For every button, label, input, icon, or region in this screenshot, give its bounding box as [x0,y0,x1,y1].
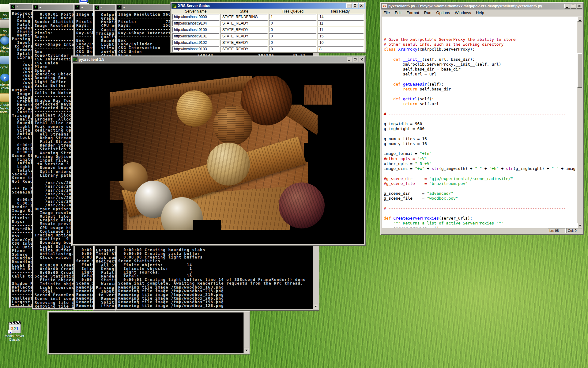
code-line: g_num_x_tiles = 16 [384,136,577,141]
status-bar: Ln: 98 Col: 0 [382,228,582,233]
network-globe-icon [0,36,10,45]
server-cell: 10 [318,40,364,46]
server-cell: STATE_READY [221,27,268,33]
desktop-icon-media-player-classic[interactable]: 321 Media Player Classic [1,321,28,341]
cygwin-icon: C [75,5,80,10]
window-titlebar[interactable]: XRS Server Status [172,3,365,9]
table-header-row: Server Name State Tiles Queued Tiles Rea… [172,9,365,14]
menu-file[interactable]: File [381,10,392,15]
server-cell: 0 [269,40,317,46]
minimize-button[interactable] [347,57,352,62]
console-title: ~ [100,6,102,10]
code-line: return self.url [384,102,577,106]
code-line: def CreateServerProxies(server_urls): [384,216,577,221]
window-titlebar[interactable]: Tk pyxrsclient5.py - D:\cygwin\home\them… [381,3,583,10]
minimize-icon [348,60,350,61]
window-titlebar[interactable]: pyxrsclient 1.5 [72,56,365,63]
code-text: # Give the xmlrpclib's ServerProxy the a… [384,17,577,228]
server-cell: STATE_READY [221,46,268,52]
column-header-tiles-ready: Tiles Ready [317,9,363,13]
code-line: g_num_y_tiles = 16 [384,141,577,146]
code-line: #g_scene_dir = "gjp/experimental/scene_r… [384,176,577,181]
code-line: class XrsProxy(xmlrpclib.ServerProxy): [384,47,577,52]
xrs-server-status-window: XRS Server Status Server Name State Tile… [171,2,366,52]
server-cell: 14 [318,14,364,20]
server-cell: 0 [269,33,317,39]
shortcut-arrow-icon [8,330,12,334]
code-line [384,117,577,121]
server-row[interactable]: http://localhost:9103STATE_READY08 [172,46,364,52]
code-line: def getUrl(self): [384,97,577,102]
server-cell: STATE_RENDERING [221,14,268,20]
scrollbar-thumb[interactable] [577,53,582,88]
code-line [384,146,577,151]
scroll-up-button[interactable] [577,17,582,22]
code-line: #other_opts = "+V" [384,156,577,161]
folder-icon [0,93,10,102]
menu-edit[interactable]: Edit [392,10,404,15]
desktop-icon-label: Media Player Classic [1,334,28,341]
scroll-down-button[interactable] [577,223,582,228]
server-row[interactable]: http://localhost:9101STATE_READY015 [172,33,364,39]
code-line: def getBaseDir(self): [384,82,577,87]
code-line: # Give the xmlrpclib's ServerProxy the a… [384,37,577,42]
server-cell: http://localhost:9103 [172,46,220,52]
code-line: g_imgwidth = 960 [384,121,577,126]
server-row[interactable]: http://localhost:9102STATE_READY010 [172,40,364,46]
server-row[interactable]: http://localhost:9104STATE_READY011 [172,20,364,26]
code-line [384,92,577,97]
window-title: XRS Server Status [178,4,345,8]
close-button[interactable] [359,3,364,8]
close-button[interactable] [359,57,364,62]
close-button[interactable] [577,4,582,9]
code-editor[interactable]: # Give the xmlrpclib's ServerProxy the a… [382,17,582,228]
code-line: # --------------------------------------… [384,206,577,211]
maximize-icon [354,4,356,7]
scroll-down-button[interactable] [313,304,318,309]
minimize-button[interactable] [564,4,570,9]
server-cell: http://localhost:9102 [172,40,220,46]
column-header-tiles-queued: Tiles Queued [268,9,317,13]
internet-explorer-icon: e [0,74,9,82]
code-line: g_scene_file = "woodbox.pov" [384,196,577,201]
arrow-down-icon [245,350,248,352]
menu-help[interactable]: Help [473,10,487,15]
code-line: # other useful info, such as the working… [384,42,577,47]
server-table: http://localhost:9000STATE_RENDERING114h… [172,14,365,52]
wood-tile [304,85,332,105]
media-player-classic-icon: 321 [8,321,21,333]
code-line: #g_scene_file = "brazilroom.pov" [384,181,577,186]
server-cell: 0 [269,27,317,33]
server-row[interactable]: http://localhost:9000STATE_RENDERING114 [172,14,364,20]
minimize-button[interactable] [346,3,352,8]
menu-run[interactable]: Run [422,10,434,15]
minimize-icon [348,7,350,7]
editor-scrollbar[interactable] [577,17,582,228]
console-scrollbar[interactable] [243,312,249,353]
arrow-down-icon [579,225,581,228]
cygwin-icon: C [95,6,99,10]
server-cell: 15 [318,33,364,39]
server-row[interactable]: http://localhost:9100STATE_READY011 [172,27,364,33]
code-line [384,27,577,32]
column-header-state: State [220,9,268,13]
server-cell: 0 [269,46,317,52]
maximize-button[interactable] [571,4,576,9]
menu-format[interactable]: Format [404,10,421,15]
maximize-button[interactable] [352,3,358,8]
menu-windows[interactable]: Windows [452,10,473,15]
wooden-sphere [176,90,213,127]
wooden-sphere [279,182,325,228]
xrs-app-icon [172,3,177,8]
code-line: g_scene_dir = "advanced/" [384,191,577,196]
unrendered-tile [304,143,332,162]
maximize-button[interactable] [353,57,358,62]
menu-options[interactable]: Options [434,10,452,15]
scroll-down-button[interactable] [244,348,249,353]
code-line: def __init__(self, url, base_dir): [384,57,577,62]
code-line [384,201,577,206]
server-cell: http://localhost:9100 [172,27,220,33]
code-line: return self.base_dir [384,87,577,92]
code-line [384,132,577,136]
arrow-down-icon [315,306,317,309]
